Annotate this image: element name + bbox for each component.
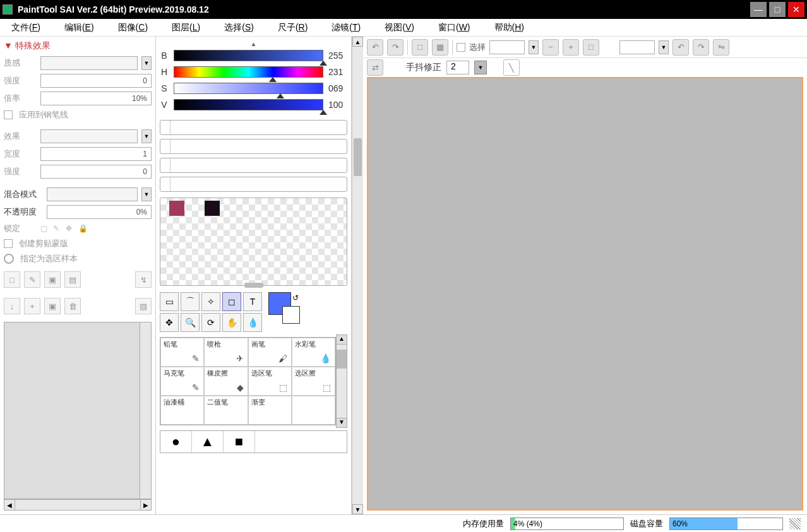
select-checkbox[interactable] [457, 43, 465, 52]
select-dropdown[interactable]: ▼ [529, 40, 539, 54]
scroll-track[interactable] [15, 499, 140, 511]
hand-tool[interactable]: ✋ [222, 313, 241, 332]
move-tool[interactable]: ✥ [160, 313, 179, 332]
background-color[interactable] [282, 306, 300, 324]
shape-triangle[interactable]: ▲ [192, 431, 224, 452]
texture-dropdown[interactable]: ▼ [141, 56, 152, 70]
color-history-1[interactable] [160, 120, 347, 135]
new-linework-button[interactable]: ✎ [24, 271, 40, 288]
brush-pencil[interactable]: 铅笔✎ [160, 338, 204, 367]
scale-field[interactable]: 10% [40, 92, 152, 105]
maximize-button[interactable]: □ [769, 2, 786, 17]
redo-button[interactable]: ↷ [387, 39, 404, 56]
brush-binary[interactable]: 二值笔 [204, 396, 248, 425]
lasso-tool[interactable]: ⌒ [181, 292, 200, 311]
sel-sample-radio[interactable] [4, 254, 14, 264]
rotate-tool[interactable]: ⟳ [201, 313, 220, 332]
move-down-button[interactable]: ↓ [4, 298, 20, 314]
scroll-left[interactable]: ◀ [4, 499, 15, 511]
panel-divider-scroll[interactable]: ▲ ▼ [352, 37, 363, 514]
resize-grip[interactable] [789, 518, 801, 529]
shape-tool[interactable]: ◻ [222, 292, 241, 311]
swatch-palette[interactable] [160, 198, 347, 286]
color-history-4[interactable] [160, 177, 347, 192]
brush-marker[interactable]: 马克笔✎ [160, 367, 204, 396]
scroll-right[interactable]: ▶ [140, 499, 152, 511]
zoom-tool[interactable]: 🔍 [181, 313, 200, 332]
s-slider[interactable] [174, 83, 323, 94]
sel-reset-button[interactable]: □ [583, 39, 599, 56]
menu-help[interactable]: 帮助(H) [494, 22, 524, 33]
new-layer-button[interactable]: □ [4, 271, 20, 288]
deselect-button[interactable]: □ [412, 39, 428, 56]
transfer-button[interactable]: ▤ [64, 271, 81, 288]
menu-select[interactable]: 选择(S) [224, 22, 254, 33]
brush-brush[interactable]: 画笔🖌 [248, 338, 292, 367]
text-tool[interactable]: T [243, 292, 262, 311]
angle-dropdown[interactable]: ▼ [659, 40, 669, 54]
stabilizer-dropdown[interactable]: ▼ [474, 61, 487, 74]
invert-button[interactable]: ▦ [432, 39, 448, 56]
rotate-right-button[interactable]: ↷ [693, 39, 709, 56]
layer-list[interactable] [4, 322, 152, 499]
brush-scroll-track[interactable] [336, 345, 347, 418]
menu-image[interactable]: 图像(C) [118, 22, 148, 33]
delete-button[interactable]: 🗑 [64, 298, 81, 314]
menu-filter[interactable]: 滤镜(T) [332, 22, 361, 33]
eyedropper-tool[interactable]: 💧 [243, 313, 262, 332]
menu-ruler[interactable]: 尺子(R) [278, 22, 308, 33]
menu-file[interactable]: 文件(F) [11, 22, 40, 33]
b-slider[interactable] [174, 50, 323, 61]
select-field[interactable] [489, 40, 525, 54]
flip-button[interactable]: ⇋ [713, 39, 729, 56]
undo-button[interactable]: ↶ [367, 39, 383, 56]
wand-tool[interactable]: ✧ [201, 292, 220, 311]
angle-field[interactable] [619, 40, 655, 54]
brush-watercolor[interactable]: 水彩笔💧 [292, 338, 335, 367]
sel-add-button[interactable]: + [563, 39, 579, 56]
duplicate-button[interactable]: ▣ [44, 298, 61, 314]
brush-bucket[interactable]: 油漆桶 [160, 396, 204, 425]
lock-move-icon[interactable]: ✥ [66, 224, 75, 233]
brush-scroll-up[interactable]: ▲ [336, 334, 347, 345]
menu-edit[interactable]: 编辑(E) [64, 22, 94, 33]
canvas[interactable] [367, 77, 803, 511]
strength-field[interactable]: 0 [40, 74, 152, 88]
color-swap[interactable]: ↺ [268, 292, 300, 324]
brush-gradient[interactable]: 渐变 [248, 396, 292, 425]
v-slider[interactable] [174, 99, 323, 110]
shape-square[interactable]: ■ [224, 431, 255, 452]
effect-field[interactable] [40, 129, 138, 143]
add-button[interactable]: + [24, 298, 40, 314]
menu-window[interactable]: 窗口(W) [438, 22, 470, 33]
swap-icon[interactable]: ↺ [292, 293, 299, 302]
minimize-button[interactable]: — [750, 2, 767, 17]
shape-circle[interactable]: ● [160, 431, 192, 452]
clear-button[interactable]: ▨ [135, 298, 152, 314]
menu-layer[interactable]: 图层(L) [172, 22, 200, 33]
swatch-1[interactable] [169, 201, 184, 216]
layer-scrollbar[interactable] [140, 322, 151, 499]
line-tool-button[interactable]: ╲ [503, 59, 520, 76]
width-field[interactable]: 1 [40, 147, 152, 161]
brush-sel-pen[interactable]: 选区笔⬚ [248, 367, 292, 396]
h-slider[interactable] [174, 66, 323, 78]
rotate-left-button[interactable]: ↶ [672, 39, 689, 56]
texture-field[interactable] [40, 56, 138, 70]
color-history-2[interactable] [160, 139, 347, 154]
brush-empty[interactable] [292, 396, 335, 425]
brush-sel-eraser[interactable]: 选区擦⬚ [292, 367, 335, 396]
opacity-field[interactable]: 0% [47, 205, 152, 219]
color-history-3[interactable] [160, 158, 347, 173]
strength2-field[interactable]: 0 [40, 165, 152, 179]
stabilizer-field[interactable]: 2 [446, 61, 469, 74]
brush-scroll-down[interactable]: ▼ [336, 418, 347, 428]
brush-airbrush[interactable]: 喷枪✈ [204, 338, 248, 367]
apply-pen-checkbox[interactable] [4, 110, 13, 119]
merge-button[interactable]: ↯ [135, 271, 152, 288]
swatch-resize-handle[interactable] [244, 283, 263, 288]
brush-eraser[interactable]: 橡皮擦◆ [204, 367, 248, 396]
blend-mode-dropdown[interactable]: ▼ [141, 187, 152, 201]
lock-all-icon[interactable]: 🔒 [78, 224, 87, 233]
blend-mode-field[interactable] [47, 187, 138, 201]
